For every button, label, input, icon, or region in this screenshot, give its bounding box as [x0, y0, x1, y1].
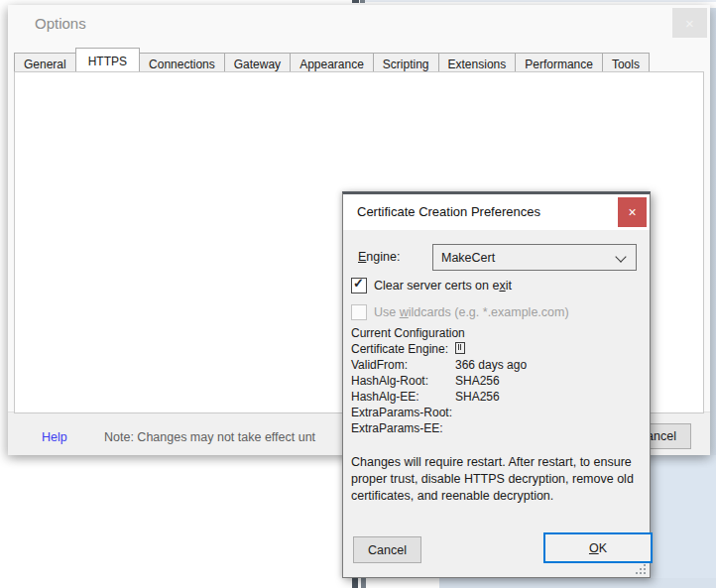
wildcards-label-rest: ildcards (e.g. *.example.com): [409, 305, 569, 319]
restart-warning-text: Changes will require restart. After rest…: [351, 454, 645, 505]
clear-certs-checkbox[interactable]: Clear server certs on exit: [351, 278, 512, 294]
ok-label-rest: K: [599, 541, 607, 555]
wildcards-checkbox-disabled: Use wildcards (e.g. *.example.com): [351, 304, 569, 320]
screen: Options × General HTTPS Connections Gate…: [0, 0, 716, 588]
wildcards-label: Use: [374, 305, 400, 319]
ok-mnemonic: O: [589, 541, 599, 555]
window-title: Options: [35, 15, 86, 32]
checkbox-disabled-icon: [351, 304, 367, 320]
engine-dropdown-value: MakeCert: [441, 251, 495, 265]
config-row: ExtraParams-EE:: [351, 420, 527, 436]
engine-dropdown[interactable]: MakeCert: [432, 244, 637, 271]
close-icon[interactable]: ×: [618, 197, 647, 227]
missing-glyph-box: [455, 342, 465, 354]
wildcards-mnemonic: w: [400, 305, 409, 319]
config-row: ExtraParams-Root:: [351, 405, 527, 420]
clear-certs-label-rest: it: [506, 279, 512, 293]
cert-preferences-dialog: Certificate Creation Preferences × Engin…: [342, 191, 651, 578]
background-window-bottom: [439, 578, 716, 588]
cert-ok-button[interactable]: OK: [543, 532, 653, 563]
current-configuration-block: Current Configuration Certificate Engine…: [351, 325, 527, 436]
engine-label-rest: ngine:: [366, 250, 400, 264]
config-title: Current Configuration: [351, 325, 527, 341]
footer-note: Note: Changes may not take effect unt: [104, 430, 345, 444]
config-row: HashAlg-Root:SHA256: [351, 373, 527, 389]
chevron-down-icon: [615, 251, 626, 262]
config-row: HashAlg-EE:SHA256: [351, 389, 527, 405]
background-window-corner: [651, 455, 716, 588]
engine-label: Engine:: [358, 250, 400, 264]
config-row: Certificate Engine:: [351, 341, 527, 357]
background-window-topline: [365, 0, 716, 2]
background-artifact-top: [352, 0, 359, 3]
config-row: ValidFrom:366 days ago: [351, 357, 527, 373]
close-icon[interactable]: ×: [672, 8, 707, 38]
cert-dialog-title: Certificate Creation Preferences: [357, 204, 540, 219]
background-artifact-top2: [360, 0, 365, 3]
resize-grip[interactable]: [636, 563, 647, 574]
checkbox-checked-icon[interactable]: [351, 278, 367, 294]
cert-cancel-button[interactable]: Cancel: [353, 536, 421, 563]
help-link[interactable]: Help: [42, 430, 67, 444]
clear-certs-label: Clear server certs on e: [374, 279, 499, 293]
